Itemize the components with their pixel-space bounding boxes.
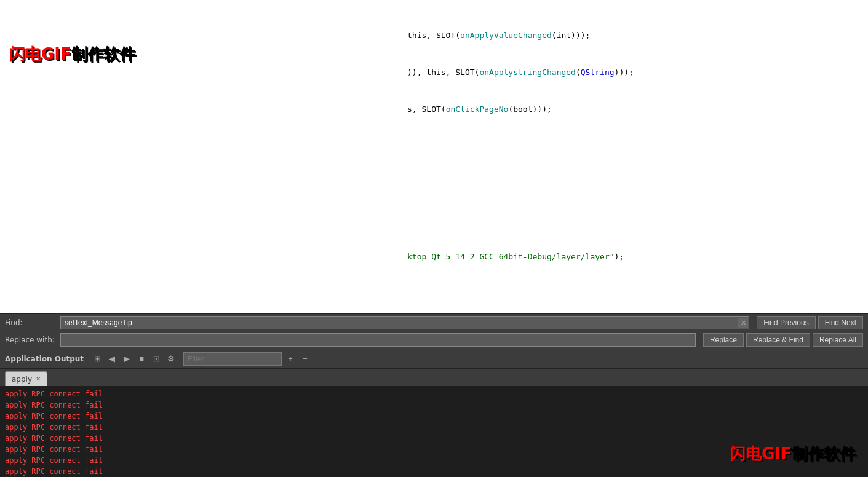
tab-close-button[interactable]: ✕: [36, 376, 41, 382]
replace-actions: Replace Replace & Find Replace All: [703, 333, 863, 347]
replace-button[interactable]: Replace: [703, 333, 744, 347]
output-tab-apply[interactable]: apply ✕: [5, 371, 47, 386]
log-line-6: apply RPC connect fail: [5, 444, 863, 455]
find-row: Find: ✕ Find Previous Find Next: [0, 314, 868, 331]
toolbar-stop-icon[interactable]: ■: [135, 353, 148, 365]
code-line-8: [407, 288, 861, 300]
log-line-5: apply RPC connect fail: [5, 433, 863, 444]
replace-and-find-button[interactable]: Replace & Find: [746, 333, 810, 347]
code-line-3: s, SLOT(onClickPageNo(bool)));: [407, 103, 861, 116]
code-line-6: [407, 214, 861, 226]
find-clear-button[interactable]: ✕: [738, 318, 748, 328]
find-input[interactable]: [60, 316, 749, 329]
find-actions: Find Previous Find Next: [757, 316, 863, 329]
toolbar-monitor-icon[interactable]: ⊞: [91, 353, 103, 365]
code-line-1: this, SLOT(onApplyValueChanged(int)));: [407, 30, 861, 42]
toolbar-prev-icon[interactable]: ◀: [106, 353, 118, 365]
code-line-7: ktop_Qt_5_14_2_GCC_64bit-Debug/layer/lay…: [407, 251, 861, 263]
log-line-4: apply RPC connect fail: [5, 422, 863, 433]
replace-input[interactable]: [60, 333, 696, 347]
log-line-2: apply RPC connect fail: [5, 400, 863, 411]
toolbar-remove-icon[interactable]: −: [299, 353, 311, 365]
code-content: this, SLOT(onApplyValueChanged(int))); )…: [400, 0, 868, 313]
log-line-7: apply RPC connect fail: [5, 455, 863, 466]
log-line-3: apply RPC connect fail: [5, 411, 863, 422]
find-previous-button[interactable]: Find Previous: [757, 316, 815, 329]
replace-row: Replace with: Replace Replace & Find Rep…: [0, 331, 868, 349]
watermark-black-text: 制作软件: [71, 45, 135, 63]
code-line-2: )), this, SLOT(onApplystringChanged(QStr…: [407, 66, 861, 79]
toolbar-next-icon[interactable]: ▶: [121, 353, 133, 365]
application-output-panel: Application Output ⊞ ◀ ▶ ■ ⊡ ⚙ + − apply…: [0, 349, 868, 477]
find-replace-bar: Find: ✕ Find Previous Find Next Replace …: [0, 313, 868, 349]
find-label: Find:: [5, 318, 60, 327]
find-next-button[interactable]: Find Next: [818, 316, 863, 329]
filter-input[interactable]: [183, 352, 282, 366]
output-toolbar: Application Output ⊞ ◀ ▶ ■ ⊡ ⚙ + −: [0, 349, 868, 369]
watermark-top-left: 闪电GIF制作软件: [9, 44, 135, 65]
replace-all-button[interactable]: Replace All: [813, 333, 863, 347]
code-line-4: [407, 140, 861, 152]
tab-label: apply: [12, 375, 32, 384]
toolbar-attach-icon[interactable]: ⊡: [150, 353, 162, 365]
output-panel-label: Application Output: [5, 355, 84, 363]
toolbar-add-icon[interactable]: +: [284, 353, 297, 365]
log-line-8: apply RPC connect fail: [5, 466, 863, 477]
code-line-5: [407, 177, 861, 189]
watermark-red-text: 闪电GIF: [9, 45, 71, 63]
toolbar-settings-icon[interactable]: ⚙: [165, 353, 177, 365]
find-input-wrap: ✕: [60, 316, 749, 329]
replace-label: Replace with:: [5, 336, 60, 344]
output-tabs: apply ✕: [0, 369, 868, 386]
replace-input-wrap: [60, 333, 696, 347]
output-content: apply RPC connect fail apply RPC connect…: [0, 386, 868, 477]
log-line-1: apply RPC connect fail: [5, 388, 863, 400]
